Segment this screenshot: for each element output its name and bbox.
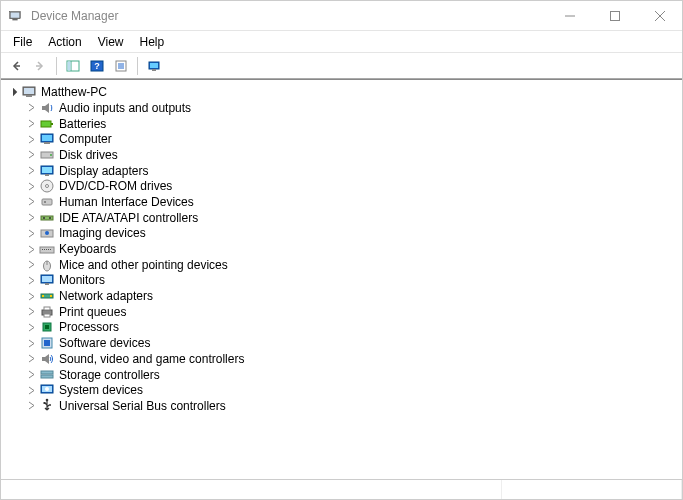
tree-node[interactable]: IDE ATA/ATAPI controllers [3,210,680,226]
close-button[interactable] [637,1,682,31]
tree-node[interactable]: Disk drives [3,147,680,163]
svg-rect-46 [46,249,47,250]
svg-rect-2 [12,18,17,20]
chevron-right-icon[interactable] [25,149,37,161]
tree-node[interactable]: Imaging devices [3,226,680,242]
window-controls [547,1,682,31]
tree-node[interactable]: Audio inputs and outputs [3,100,680,116]
tree-node-label: Audio inputs and outputs [59,101,191,115]
menu-view[interactable]: View [90,33,132,51]
tree-node[interactable]: Mice and other pointing devices [3,257,680,273]
chevron-right-icon[interactable] [25,369,37,381]
svg-rect-27 [42,135,52,141]
audio-icon [39,100,55,116]
svg-rect-58 [44,307,50,310]
svg-rect-70 [44,402,46,404]
tree-node-label: IDE ATA/ATAPI controllers [59,211,198,225]
tree-node[interactable]: Processors [3,320,680,336]
svg-rect-61 [45,325,49,329]
chevron-right-icon[interactable] [25,337,37,349]
tree-node-label: Mice and other pointing devices [59,258,228,272]
menu-action[interactable]: Action [40,33,89,51]
tree-node-label: Keyboards [59,242,116,256]
chevron-down-icon[interactable] [7,86,19,98]
svg-text:?: ? [94,61,100,71]
system-icon [39,382,55,398]
tree-node[interactable]: DVD/CD-ROM drives [3,178,680,194]
chevron-right-icon[interactable] [25,133,37,145]
chevron-right-icon[interactable] [25,212,37,224]
minimize-button[interactable] [547,1,592,31]
tree-node[interactable]: Human Interface Devices [3,194,680,210]
tree-node-label: System devices [59,383,143,397]
svg-rect-24 [41,121,51,127]
svg-rect-63 [44,340,50,346]
svg-rect-20 [152,69,156,71]
chevron-right-icon[interactable] [25,243,37,255]
dvd-icon [39,178,55,194]
chevron-right-icon[interactable] [25,180,37,192]
svg-rect-64 [41,371,53,374]
svg-rect-33 [45,174,49,176]
display-icon [39,163,55,179]
titlebar: Device Manager [1,1,682,31]
svg-rect-56 [50,295,52,297]
tree-node-label: Monitors [59,273,105,287]
maximize-button[interactable] [592,1,637,31]
chevron-right-icon[interactable] [25,384,37,396]
svg-point-40 [49,217,51,219]
chevron-right-icon[interactable] [25,118,37,130]
menu-help[interactable]: Help [132,33,173,51]
svg-rect-48 [50,249,51,250]
device-tree-panel[interactable]: Matthew-PC Audio inputs and outputsBatte… [1,79,682,479]
tree-node[interactable]: System devices [3,382,680,398]
scan-hardware-button[interactable] [143,55,165,77]
tree-node[interactable]: Software devices [3,335,680,351]
chevron-right-icon[interactable] [25,259,37,271]
svg-point-71 [49,404,51,406]
tree-node-label: Print queues [59,305,126,319]
chevron-right-icon[interactable] [25,102,37,114]
chevron-right-icon[interactable] [25,274,37,286]
tree-node[interactable]: Universal Serial Bus controllers [3,398,680,414]
chevron-right-icon[interactable] [25,165,37,177]
disk-icon [39,147,55,163]
svg-point-35 [46,185,49,188]
show-hide-tree-button[interactable] [62,55,84,77]
chevron-right-icon[interactable] [25,353,37,365]
properties-button[interactable] [110,55,132,77]
svg-rect-55 [42,295,44,297]
menu-file[interactable]: File [5,33,40,51]
tree-node[interactable]: Batteries [3,116,680,132]
tree-node[interactable]: Keyboards [3,241,680,257]
imaging-icon [39,225,55,241]
help-button[interactable]: ? [86,55,108,77]
tree-node[interactable]: Sound, video and game controllers [3,351,680,367]
chevron-right-icon[interactable] [25,290,37,302]
svg-rect-45 [44,249,45,250]
svg-rect-4 [610,11,619,20]
tree-node-label: Storage controllers [59,368,160,382]
root-label: Matthew-PC [41,85,107,99]
network-icon [39,288,55,304]
tree-node-label: Universal Serial Bus controllers [59,399,226,413]
svg-point-69 [46,399,49,402]
tree-node[interactable]: Computer [3,131,680,147]
chevron-right-icon[interactable] [25,196,37,208]
tree-node[interactable]: Storage controllers [3,367,680,383]
svg-rect-59 [44,314,50,317]
back-button[interactable] [5,55,27,77]
toolbar: ? [1,53,682,79]
chevron-right-icon[interactable] [25,321,37,333]
chevron-right-icon[interactable] [25,306,37,318]
tree-root-node[interactable]: Matthew-PC [3,84,680,100]
tree-node[interactable]: Monitors [3,273,680,289]
forward-button[interactable] [29,55,51,77]
chevron-right-icon[interactable] [25,227,37,239]
tree-node[interactable]: Print queues [3,304,680,320]
tree-node-label: DVD/CD-ROM drives [59,179,172,193]
tree-node[interactable]: Network adapters [3,288,680,304]
chevron-right-icon[interactable] [25,400,37,412]
storage-icon [39,367,55,383]
tree-node[interactable]: Display adapters [3,163,680,179]
